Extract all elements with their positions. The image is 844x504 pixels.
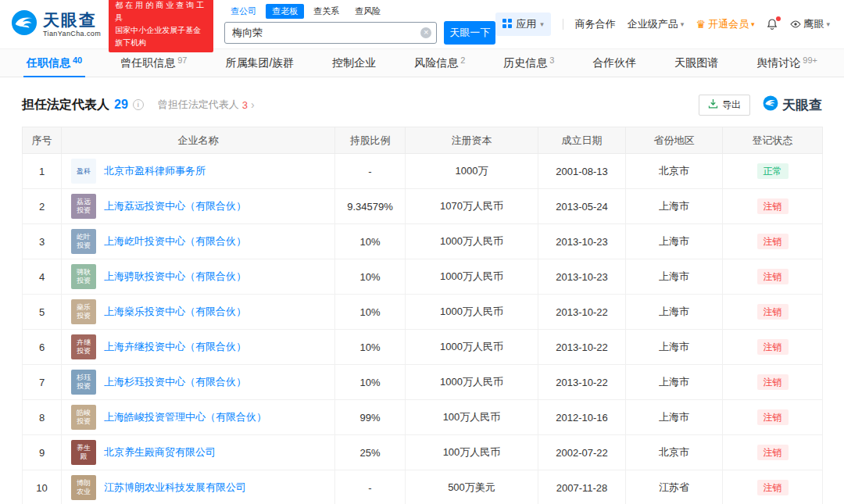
company-link[interactable]: 上海卉继投资中心（有限合伙） xyxy=(104,340,246,354)
shareholding-ratio-cell: - xyxy=(335,470,406,504)
brand-slogan: 都在用的商业查询工具 国家中小企业发展子基金旗下机构 xyxy=(109,0,213,52)
caret-down-icon: ▾ xyxy=(751,20,755,28)
tab-count-badge: 40 xyxy=(73,55,82,65)
tab-label: 所属集团/族群 xyxy=(225,56,294,70)
search-type-tabs: 查公司查老板查关系查风险 xyxy=(224,4,495,19)
company-cell: 博朗农业江苏博朗农业科技发展有限公司 xyxy=(62,470,335,504)
table-row: 2荔远投资上海荔远投资中心（有限合伙）9.34579%1070万人民币2013-… xyxy=(23,189,823,224)
tab-risk[interactable]: 风险信息2 xyxy=(411,49,468,77)
row-index-cell: 5 xyxy=(23,295,62,330)
company-cell: 盈科北京市盈科律师事务所 xyxy=(62,154,335,189)
company-link[interactable]: 上海皓峻投资管理中心（有限合伙） xyxy=(104,410,266,424)
company-link[interactable]: 上海荔远投资中心（有限合伙） xyxy=(104,199,246,213)
tab-graph[interactable]: 天眼图谱 xyxy=(671,49,721,77)
row-index-cell: 4 xyxy=(23,259,62,295)
status-cell: 注销 xyxy=(723,259,823,295)
company-cell: 荔远投资上海荔远投资中心（有限合伙） xyxy=(62,189,335,224)
tab-partner[interactable]: 合作伙伴 xyxy=(589,49,639,77)
company-cell: 燊乐投资上海燊乐投资中心（有限合伙） xyxy=(62,295,335,330)
table-row: 8皓峻投资上海皓峻投资管理中心（有限合伙）99%100万人民币2012-10-1… xyxy=(23,400,823,435)
company-link[interactable]: 北京养生殿商贸有限公司 xyxy=(104,445,216,459)
tab-control[interactable]: 控制企业 xyxy=(329,49,379,77)
registered-capital-cell: 1000万 xyxy=(406,154,538,189)
registered-capital-cell: 500万美元 xyxy=(406,470,538,504)
tab-label: 任职信息 xyxy=(27,56,70,70)
chevron-right-icon: › xyxy=(251,98,255,111)
search-tab-company[interactable]: 查公司 xyxy=(224,4,263,19)
search-button[interactable]: 天眼一下 xyxy=(444,21,495,45)
grid-icon xyxy=(502,19,512,30)
shareholding-ratio-cell: - xyxy=(335,154,406,189)
table-row: 5燊乐投资上海燊乐投资中心（有限合伙）10%1000万人民币2013-10-22… xyxy=(23,295,823,330)
row-index-cell: 9 xyxy=(23,435,62,470)
shareholding-ratio-cell: 25% xyxy=(335,435,406,470)
registered-capital-cell: 1000万人民币 xyxy=(406,330,538,365)
registered-capital-cell: 1000万人民币 xyxy=(406,259,538,295)
brand-logo[interactable]: 天眼查 TianYanCha.com xyxy=(11,9,101,39)
tab-former-position[interactable]: 曾任职信息97 xyxy=(117,49,190,77)
company-logo: 养生殿 xyxy=(71,440,96,465)
search-tab-boss[interactable]: 查老板 xyxy=(266,4,304,19)
column-header: 省份地区 xyxy=(626,127,723,154)
status-cell: 注销 xyxy=(723,189,823,224)
slogan-line-1: 都在用的商业查询工具 xyxy=(115,0,207,24)
row-index-cell: 3 xyxy=(23,224,62,259)
company-cell: 卉继投资上海卉继投资中心（有限合伙） xyxy=(62,330,335,365)
shareholding-ratio-cell: 99% xyxy=(335,400,406,435)
row-index-cell: 10 xyxy=(23,470,62,504)
business-coop-link[interactable]: 商务合作 xyxy=(575,17,616,31)
tab-history[interactable]: 历史信息3 xyxy=(500,49,557,77)
header-menu: 应用 ▾ 商务合作 企业级产品 ▾ ♛ 开通会员 ▾ xyxy=(495,13,830,36)
region-cell: 上海市 xyxy=(626,259,723,295)
search-tab-relation[interactable]: 查关系 xyxy=(307,4,345,19)
status-cell: 注销 xyxy=(723,470,823,504)
enterprise-products-link[interactable]: 企业级产品 ▾ xyxy=(628,17,685,31)
bell-icon[interactable] xyxy=(766,18,778,30)
former-legal-rep-link[interactable]: 曾担任法定代表人 3 › xyxy=(158,98,255,112)
company-cell: 屹叶投资上海屹叶投资中心（有限合伙） xyxy=(62,224,335,259)
search-tab-risk[interactable]: 查风险 xyxy=(349,4,387,19)
company-link[interactable]: 北京市盈科律师事务所 xyxy=(104,164,206,178)
status-badge: 注销 xyxy=(757,339,789,356)
company-link[interactable]: 上海燊乐投资中心（有限合伙） xyxy=(104,305,246,319)
info-icon[interactable]: i xyxy=(133,99,144,110)
tab-count-badge: 99+ xyxy=(803,55,817,65)
shareholding-ratio-cell: 10% xyxy=(335,295,406,330)
export-button[interactable]: 导出 xyxy=(699,95,750,116)
status-cell: 注销 xyxy=(723,365,823,400)
section-header: 担任法定代表人 29 i 曾担任法定代表人 3 › 导出 xyxy=(22,93,822,116)
company-logo: 皓峻投资 xyxy=(71,405,96,430)
table-row: 1盈科北京市盈科律师事务所-1000万2001-08-13北京市正常 xyxy=(23,154,823,189)
status-badge: 注销 xyxy=(757,445,789,461)
company-link[interactable]: 上海杉珏投资中心（有限合伙） xyxy=(104,375,246,389)
brand-name: 天眼查 xyxy=(43,12,101,28)
company-link[interactable]: 上海屹叶投资中心（有限合伙） xyxy=(104,234,246,248)
status-cell: 注销 xyxy=(723,330,823,365)
registered-capital-cell: 1070万人民币 xyxy=(406,189,538,224)
table-row: 9养生殿北京养生殿商贸有限公司25%100万人民币2002-07-22北京市注销 xyxy=(23,435,823,470)
shareholding-ratio-cell: 10% xyxy=(335,224,406,259)
vip-link[interactable]: ♛ 开通会员 ▾ xyxy=(696,17,754,31)
established-date-cell: 2007-11-28 xyxy=(538,470,626,504)
tab-opinion[interactable]: 舆情讨论99+ xyxy=(753,49,821,77)
established-date-cell: 2002-07-22 xyxy=(538,435,626,470)
column-header: 成立日期 xyxy=(538,127,626,154)
region-cell: 上海市 xyxy=(626,400,723,435)
eagle-eye-link[interactable]: 鹰眼 ▾ xyxy=(790,17,830,31)
column-header: 登记状态 xyxy=(723,127,823,154)
tab-group[interactable]: 所属集团/族群 xyxy=(222,49,297,77)
company-cell: 骋耿投资上海骋耿投资中心（有限合伙） xyxy=(62,259,335,295)
company-logo: 屹叶投资 xyxy=(71,229,96,254)
region-cell: 江苏省 xyxy=(626,470,723,504)
tab-position[interactable]: 任职信息40 xyxy=(23,49,85,77)
region-cell: 上海市 xyxy=(626,189,723,224)
shareholding-ratio-cell: 10% xyxy=(335,259,406,295)
company-logo: 卉继投资 xyxy=(71,334,96,359)
company-link[interactable]: 上海骋耿投资中心（有限合伙） xyxy=(104,270,246,284)
company-link[interactable]: 江苏博朗农业科技发展有限公司 xyxy=(104,481,246,495)
apps-button[interactable]: 应用 ▾ xyxy=(495,13,551,36)
company-logo: 杉珏投资 xyxy=(71,370,96,395)
search-input[interactable] xyxy=(224,22,437,44)
region-cell: 上海市 xyxy=(626,330,723,365)
clear-icon[interactable]: × xyxy=(420,27,431,38)
